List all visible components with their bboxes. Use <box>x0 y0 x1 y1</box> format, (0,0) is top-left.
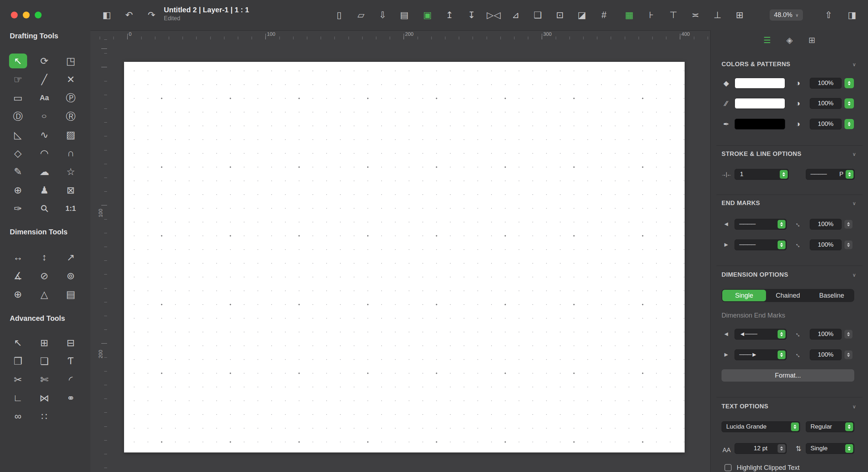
dimension-mark-dropdown[interactable]: ◄─── <box>735 329 787 340</box>
dimension-chain-icon[interactable]: ≍ <box>689 9 702 21</box>
stepper-control[interactable] <box>844 98 854 109</box>
rotate-tool[interactable]: ⟳ <box>31 52 58 70</box>
tab-layers[interactable]: ◈ <box>783 35 796 46</box>
highlight-clipped-text-checkbox[interactable] <box>724 464 732 471</box>
ordinate-dimension-tool[interactable]: ▤ <box>58 285 84 303</box>
angular-dimension-tool[interactable]: ∡ <box>5 267 31 285</box>
close-button[interactable] <box>11 12 18 18</box>
free-transform-tool[interactable]: ◳ <box>58 52 84 70</box>
end-mark-dropdown[interactable]: ──── <box>735 239 787 250</box>
mode-single[interactable]: Single <box>722 290 766 301</box>
select-tool[interactable]: ↖ <box>5 52 31 70</box>
dimension-mark-size-field[interactable]: 100% <box>810 329 842 340</box>
stepper-control[interactable] <box>844 330 852 339</box>
mode-baseline[interactable]: Baseline <box>810 290 854 301</box>
pan-tool[interactable]: ☞ <box>5 70 31 89</box>
combine-icon[interactable]: ⊡ <box>554 9 566 21</box>
collapse-chevron-icon[interactable]: ∨ <box>852 200 856 206</box>
link-tool[interactable]: ⚭ <box>58 389 84 407</box>
annotation-icon[interactable]: ⊞ <box>733 9 746 21</box>
contrast-icon[interactable]: ◑ <box>792 119 803 129</box>
hatch-tool[interactable]: ▨ <box>58 126 84 144</box>
polygon-tool[interactable]: ◇ <box>5 144 31 162</box>
extend-tool[interactable]: ⊞ <box>31 333 58 352</box>
ellipse-tool[interactable]: ○ <box>31 107 58 126</box>
center-mark-tool[interactable]: ⊕ <box>5 285 31 303</box>
color-swatch[interactable] <box>735 98 785 109</box>
toggle-right-panel-icon[interactable]: ◨ <box>846 9 858 21</box>
stepper-control[interactable] <box>778 444 786 453</box>
color-swatch[interactable] <box>735 78 785 89</box>
new-document-icon[interactable]: ▯ <box>333 9 345 21</box>
arc-tool[interactable]: ◠ <box>31 144 58 162</box>
stepper-control[interactable] <box>846 170 854 179</box>
mode-chained[interactable]: Chained <box>766 290 810 301</box>
font-size-field[interactable]: 12 pt <box>735 443 787 454</box>
fillet-tool[interactable]: ◜ <box>58 370 84 389</box>
zoom-tool[interactable]: ⚲ <box>31 199 58 218</box>
radius-dimension-tool[interactable]: ⊚ <box>58 267 84 285</box>
eyedropper-tool[interactable]: ✑ <box>5 199 31 218</box>
stepper-control[interactable] <box>778 241 786 249</box>
image-frame-tool[interactable]: ⊠ <box>58 181 84 199</box>
star-tool[interactable]: ☆ <box>58 162 84 181</box>
horizontal-ruler[interactable]: 0100200300400 <box>90 31 710 39</box>
polyline-tool[interactable]: ◺ <box>5 126 31 144</box>
send-backward-icon[interactable]: ↧ <box>465 9 478 21</box>
collapse-chevron-icon[interactable]: ∨ <box>852 272 856 278</box>
stepper-control[interactable] <box>845 444 853 453</box>
minimize-button[interactable] <box>23 12 30 18</box>
tab-library[interactable]: ⊞ <box>806 35 818 46</box>
cut-tool[interactable]: ✂ <box>5 370 31 389</box>
edit-points-tool[interactable]: ↖ <box>5 333 31 352</box>
mask-icon[interactable]: ◪ <box>576 9 588 21</box>
interlock-tool[interactable]: ∞ <box>5 407 31 426</box>
collapse-chevron-icon[interactable]: ∨ <box>852 151 856 157</box>
end-mark-size-field[interactable]: 100% <box>810 239 842 250</box>
dimension-baseline-icon[interactable]: ⊥ <box>711 9 724 21</box>
copy-tool[interactable]: ❐ <box>5 352 31 370</box>
stepper-control[interactable] <box>780 170 788 179</box>
line-spacing-dropdown[interactable]: Single <box>806 443 854 454</box>
chamfer-tool[interactable]: ∟ <box>5 389 31 407</box>
maximize-button[interactable] <box>35 12 42 18</box>
scale-proportional-icon[interactable]: ↔ <box>791 217 806 232</box>
curve-tool[interactable]: ∿ <box>31 126 58 144</box>
table-icon[interactable]: ▦ <box>623 9 635 21</box>
print-icon[interactable]: ▤ <box>398 9 410 21</box>
freehand-tool[interactable]: ✎ <box>5 162 31 181</box>
color-swatch[interactable] <box>735 119 785 129</box>
format-button[interactable]: Format... <box>722 369 854 382</box>
scale-proportional-icon[interactable]: ↔ <box>791 327 806 342</box>
stepper-control[interactable] <box>844 220 852 229</box>
line-style-dropdown[interactable]: ──── P <box>806 169 855 180</box>
text-tool[interactable]: Aa <box>31 89 58 107</box>
arch-tool[interactable]: ∩ <box>58 144 84 162</box>
collapse-chevron-icon[interactable]: ∨ <box>852 61 856 67</box>
stepper-control[interactable] <box>844 119 854 129</box>
crop-icon[interactable]: # <box>598 9 610 21</box>
font-style-dropdown[interactable]: Regular <box>806 421 854 432</box>
stepper-control[interactable] <box>844 350 852 359</box>
contrast-icon[interactable]: ◑ <box>792 98 803 109</box>
tab-appearance[interactable]: ☰ <box>761 35 773 46</box>
axes-tool[interactable]: ⊕ <box>5 181 31 199</box>
text-on-path-tool[interactable]: Ƭ <box>58 352 84 370</box>
end-mark-size-field[interactable]: 100% <box>810 219 842 230</box>
import-icon[interactable]: ⇩ <box>376 9 389 21</box>
stepper-control[interactable] <box>844 241 852 249</box>
duplicate-tool[interactable]: ❏ <box>31 352 58 370</box>
component-tool[interactable]: ∷ <box>31 407 58 426</box>
stepper-control[interactable] <box>844 78 854 88</box>
end-mark-dropdown[interactable]: ──── <box>735 219 787 230</box>
horizontal-dimension-tool[interactable]: ↔ <box>5 248 31 267</box>
vertical-dimension-tool[interactable]: ↕ <box>31 248 58 267</box>
stepper-control[interactable] <box>778 330 786 339</box>
scale-proportional-icon[interactable]: ↔ <box>791 237 806 252</box>
opacity-field[interactable]: 100% <box>810 98 842 109</box>
cloud-tool[interactable]: ☁ <box>31 162 58 181</box>
zoom-control[interactable]: 48.0% ∨ <box>770 9 803 21</box>
line-weight-field[interactable]: 1 <box>735 169 789 180</box>
divide-tool[interactable]: ✄ <box>31 370 58 389</box>
stepper-control[interactable] <box>778 350 786 359</box>
